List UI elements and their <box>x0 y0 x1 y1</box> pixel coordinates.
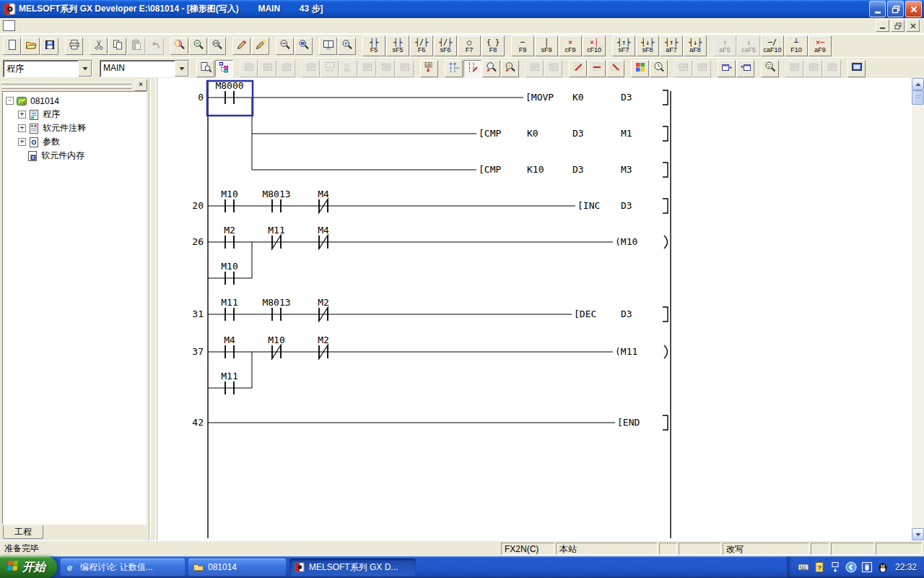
hatch1-button[interactable] <box>569 60 587 77</box>
ladder-rung-37[interactable]: 37M4M10M2M11(M11 <box>192 335 667 394</box>
mag-pencil2-button[interactable] <box>501 60 519 77</box>
mdi-close-button[interactable] <box>906 20 920 32</box>
scroll-up-icon[interactable] <box>912 78 924 90</box>
find-color-button[interactable] <box>170 38 188 55</box>
expand-icon[interactable]: + <box>18 111 26 118</box>
mag-circuit-button[interactable] <box>338 38 356 55</box>
tree-item-软元件内存[interactable]: 软元件内存 <box>3 149 146 163</box>
vertical-scrollbar[interactable] <box>912 78 924 540</box>
mag-minus-button[interactable] <box>276 38 294 55</box>
mag-page-button[interactable] <box>196 60 214 77</box>
scroll-thumb[interactable] <box>912 90 924 105</box>
g-button <box>693 60 711 77</box>
panel-close-icon[interactable]: × <box>134 79 147 91</box>
mdi-minimize-button[interactable] <box>876 20 889 32</box>
taskbar-task-1[interactable]: e编程讨论: 让数值... <box>61 558 185 576</box>
program-name-combo[interactable]: MAIN <box>100 60 189 77</box>
fkey-caf10-button[interactable]: ─/caF10 <box>761 35 784 56</box>
ladder-editor[interactable]: 0M8000[MOVPK0D3[CMPK0D3M1[CMPK10D3M320M1… <box>157 78 924 540</box>
fkey-f7-button[interactable]: ○F7 <box>458 35 481 56</box>
lines1-button[interactable] <box>445 60 463 77</box>
cut-button[interactable] <box>90 38 108 55</box>
tree-item-软元件注释[interactable]: +软元件注释 <box>3 121 146 135</box>
g-icon <box>548 61 559 75</box>
chevron-down-icon[interactable] <box>175 61 188 77</box>
print-button[interactable] <box>65 38 83 55</box>
qq-icon[interactable] <box>877 561 889 573</box>
ld-button[interactable]: LD <box>420 60 438 77</box>
pencil-star-button[interactable] <box>251 38 269 55</box>
clock-mag-button[interactable] <box>650 60 668 77</box>
fkey-cf10-button[interactable]: ×│cF10 <box>583 35 606 56</box>
new-button[interactable] <box>3 38 21 55</box>
ladder-rung-20[interactable]: 20M10M8013M4[INCD3 <box>192 189 668 214</box>
keyboard-icon[interactable] <box>798 561 809 573</box>
win1-button[interactable] <box>718 60 736 77</box>
tree-item-程序[interactable]: +程序 <box>3 108 146 121</box>
ladder-rung-42[interactable]: 42[END <box>192 415 668 430</box>
tree-item-081014[interactable]: -081014 <box>3 94 146 108</box>
fkey-f9-button[interactable]: ─F9 <box>511 35 534 56</box>
fkey-sf8-button[interactable]: ┤↓├sF8 <box>636 35 659 56</box>
open-button[interactable] <box>22 38 40 55</box>
fkey-af9-button[interactable]: ×─aF9 <box>808 35 832 56</box>
fkey-label: F5 <box>370 46 378 53</box>
win2-button[interactable] <box>736 60 754 77</box>
expand-icon[interactable]: + <box>18 138 26 146</box>
tree-item-参数[interactable]: +参数 <box>3 135 146 149</box>
expand-icon[interactable]: + <box>18 124 26 132</box>
window-arrow-icon[interactable] <box>829 561 841 573</box>
mag-face-button[interactable] <box>761 60 779 77</box>
ladder-canvas[interactable]: 0M8000[MOVPK0D3[CMPK0D3M1[CMPK10D3M320M1… <box>157 78 912 540</box>
start-button[interactable]: 开始 <box>0 556 57 578</box>
hatch3-button[interactable] <box>606 60 624 77</box>
pencil-button[interactable] <box>232 38 250 55</box>
mag-pencil-button[interactable] <box>482 60 500 77</box>
fkey-af8-button[interactable]: ┤↓├aF8 <box>684 35 707 56</box>
fkey-sf6-button[interactable]: ┤/├sF6 <box>434 35 457 56</box>
hatch2-button[interactable] <box>588 60 606 77</box>
tab-project[interactable]: 工程 <box>3 525 43 539</box>
fkey-sf5-button[interactable]: ┤├sF5 <box>386 35 409 56</box>
mdi-child-icon[interactable] <box>3 20 15 31</box>
grid-color-button[interactable] <box>631 60 649 77</box>
collapse-icon[interactable]: - <box>6 97 14 105</box>
fkey-f8-button[interactable]: { }F8 <box>481 35 505 56</box>
minimize-button[interactable] <box>869 1 886 17</box>
ladder-rung-0[interactable]: 0M8000[MOVPK0D3[CMPK0D3M1[CMPK10D3M3 <box>198 80 668 177</box>
fkey-f5-button[interactable]: ┤├F5 <box>362 35 385 56</box>
ladder-rung-31[interactable]: 31M11M8013M2[DECD3 <box>192 297 668 322</box>
g-button <box>258 60 276 77</box>
splitter[interactable] <box>149 78 157 540</box>
scroll-down-icon[interactable] <box>912 528 924 540</box>
save-button[interactable] <box>40 38 58 55</box>
program-type-combo[interactable]: 程序 <box>3 60 92 77</box>
mouse-icon[interactable] <box>861 561 873 573</box>
taskbar-task-2[interactable]: 081014 <box>188 558 286 576</box>
monblue-button[interactable] <box>847 60 866 77</box>
restore-button[interactable] <box>887 1 904 17</box>
chevron-icon[interactable] <box>845 561 857 573</box>
copy-button[interactable] <box>108 38 126 55</box>
fkey-cf9-button[interactable]: ×cF9 <box>559 35 582 56</box>
dock-gripper[interactable]: × <box>1 80 147 90</box>
fkey-af7-button[interactable]: ┤↑├aF7 <box>660 35 683 56</box>
fkey-f10-button[interactable]: ┴F10 <box>785 35 808 56</box>
chevron-down-icon[interactable] <box>78 61 92 77</box>
fkey-sf9-button[interactable]: │sF9 <box>535 35 558 56</box>
find-device-button[interactable] <box>189 38 207 55</box>
fkey-label: caF10 <box>763 46 781 53</box>
mag-book-button[interactable] <box>295 38 313 55</box>
g-button <box>358 60 376 77</box>
lines2-button[interactable] <box>463 60 481 77</box>
mon-split-button[interactable] <box>319 38 337 55</box>
help-note-icon[interactable]: ? <box>814 561 825 573</box>
taskbar-task-3[interactable]: MELSOFT系列 GX D... <box>289 558 416 576</box>
fkey-f6-button[interactable]: ┤/├F6 <box>410 35 433 56</box>
ladder-rung-26[interactable]: 26M2M11M4M10(M10 <box>192 225 667 285</box>
tree-button[interactable] <box>215 60 233 77</box>
find-abc-button[interactable]: AB <box>208 38 226 55</box>
close-button[interactable] <box>905 1 922 17</box>
mdi-restore-button[interactable] <box>891 20 905 32</box>
fkey-sf7-button[interactable]: ┤↑├sF7 <box>612 35 635 56</box>
